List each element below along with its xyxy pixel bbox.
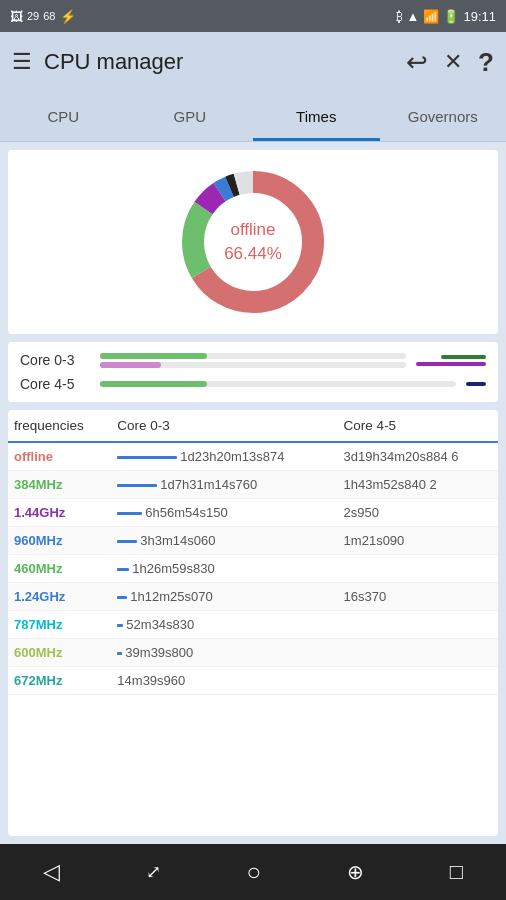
donut-chart-card: offline 66.44% <box>8 150 498 334</box>
table-row: 384MHz1d7h31m14s7601h43m52s840 2 <box>8 471 498 499</box>
freq-cell: offline <box>8 442 111 471</box>
notification-count: 68 <box>43 10 55 22</box>
time-display: 19:11 <box>463 9 496 24</box>
core45-cell <box>338 639 498 667</box>
table-row: 1.44GHz6h56m54s1502s950 <box>8 499 498 527</box>
tab-cpu[interactable]: CPU <box>0 92 127 141</box>
freq-cell: 1.44GHz <box>8 499 111 527</box>
freq-cell: 460MHz <box>8 555 111 583</box>
core03-cell: 3h3m14s060 <box>111 527 337 555</box>
table-row: 787MHz52m34s830 <box>8 611 498 639</box>
table-row: 1.24GHz1h12m25s07016s370 <box>8 583 498 611</box>
status-bar: 🖼 29 68 ⚡ ₿ ▲ 📶 🔋 19:11 <box>0 0 506 32</box>
notification-icon: 29 <box>27 10 39 22</box>
core03-cell: 1h26m59s830 <box>111 555 337 583</box>
status-bar-left: 🖼 29 68 ⚡ <box>10 9 76 24</box>
table-row: offline1d23h20m13s8743d19h34m20s884 6 <box>8 442 498 471</box>
core03-cell: 1d23h20m13s874 <box>111 442 337 471</box>
core03-cell: 52m34s830 <box>111 611 337 639</box>
back-icon[interactable]: ↩ <box>406 47 428 78</box>
freq-table: frequencies Core 0-3 Core 4-5 offline1d2… <box>8 410 498 695</box>
core-45-tracks <box>100 381 456 387</box>
page-title: CPU manager <box>44 49 394 75</box>
col-core45: Core 4-5 <box>338 410 498 442</box>
battery-icon: 🔋 <box>443 9 459 24</box>
freq-cell: 600MHz <box>8 639 111 667</box>
core45-cell <box>338 667 498 695</box>
core-bars-card: Core 0-3 Core 4-5 <box>8 342 498 402</box>
tab-gpu[interactable]: GPU <box>127 92 254 141</box>
donut-percent: 66.44% <box>224 242 282 266</box>
core45-cell: 16s370 <box>338 583 498 611</box>
core03-cell: 6h56m54s150 <box>111 499 337 527</box>
core03-cell: 14m39s960 <box>111 667 337 695</box>
menu-icon[interactable]: ☰ <box>12 49 32 75</box>
table-row: 672MHz14m39s960 <box>8 667 498 695</box>
core-03-right-bars <box>416 355 486 366</box>
signal-icon: 📶 <box>423 9 439 24</box>
freq-table-header-row: frequencies Core 0-3 Core 4-5 <box>8 410 498 442</box>
core45-cell: 1h43m52s840 2 <box>338 471 498 499</box>
core-03-label: Core 0-3 <box>20 352 90 368</box>
core45-cell: 1m21s090 <box>338 527 498 555</box>
core45-cell <box>338 611 498 639</box>
close-icon[interactable]: ✕ <box>444 49 462 75</box>
core45-cell: 3d19h34m20s884 6 <box>338 442 498 471</box>
bluetooth-icon: ₿ <box>396 9 403 24</box>
core-bar-row-45: Core 4-5 <box>20 376 486 392</box>
nav-home-icon[interactable]: ○ <box>247 858 262 886</box>
col-core03: Core 0-3 <box>111 410 337 442</box>
core-bar-row-03: Core 0-3 <box>20 352 486 368</box>
donut-center-text: offline 66.44% <box>224 218 282 266</box>
core03-cell: 1h12m25s070 <box>111 583 337 611</box>
donut-label: offline <box>224 218 282 242</box>
freq-cell: 672MHz <box>8 667 111 695</box>
nav-download-icon[interactable]: ⊕ <box>347 860 364 884</box>
core45-cell: 2s950 <box>338 499 498 527</box>
freq-cell: 787MHz <box>8 611 111 639</box>
core-45-label: Core 4-5 <box>20 376 90 392</box>
freq-cell: 1.24GHz <box>8 583 111 611</box>
nav-back-icon[interactable]: ◁ <box>43 859 60 885</box>
core-03-track1 <box>100 353 406 359</box>
freq-table-card: frequencies Core 0-3 Core 4-5 offline1d2… <box>8 410 498 836</box>
help-icon[interactable]: ? <box>478 47 494 78</box>
wifi-icon: ▲ <box>407 9 420 24</box>
main-content: offline 66.44% Core 0-3 Core <box>0 142 506 844</box>
core-03-tracks <box>100 353 406 368</box>
table-row: 960MHz3h3m14s0601m21s090 <box>8 527 498 555</box>
usb-icon: ⚡ <box>60 9 76 24</box>
donut-chart: offline 66.44% <box>173 162 333 322</box>
status-bar-right: ₿ ▲ 📶 🔋 19:11 <box>396 9 496 24</box>
photo-icon: 🖼 <box>10 9 23 24</box>
freq-cell: 960MHz <box>8 527 111 555</box>
core45-cell <box>338 555 498 583</box>
core03-cell: 39m39s800 <box>111 639 337 667</box>
tab-bar: CPU GPU Times Governors <box>0 92 506 142</box>
bottom-nav: ◁ ⤢ ○ ⊕ □ <box>0 844 506 900</box>
core-03-track2 <box>100 362 406 368</box>
freq-cell: 384MHz <box>8 471 111 499</box>
table-row: 600MHz39m39s800 <box>8 639 498 667</box>
core-45-right-bars <box>466 382 486 386</box>
core03-cell: 1d7h31m14s760 <box>111 471 337 499</box>
table-row: 460MHz1h26m59s830 <box>8 555 498 583</box>
nav-square-icon[interactable]: □ <box>450 859 463 885</box>
core-45-track1 <box>100 381 456 387</box>
col-frequencies: frequencies <box>8 410 111 442</box>
nav-collapse-icon[interactable]: ⤢ <box>146 861 161 883</box>
tab-times[interactable]: Times <box>253 92 380 141</box>
header: ☰ CPU manager ↩ ✕ ? <box>0 32 506 92</box>
tab-governors[interactable]: Governors <box>380 92 507 141</box>
header-actions: ↩ ✕ ? <box>406 47 494 78</box>
